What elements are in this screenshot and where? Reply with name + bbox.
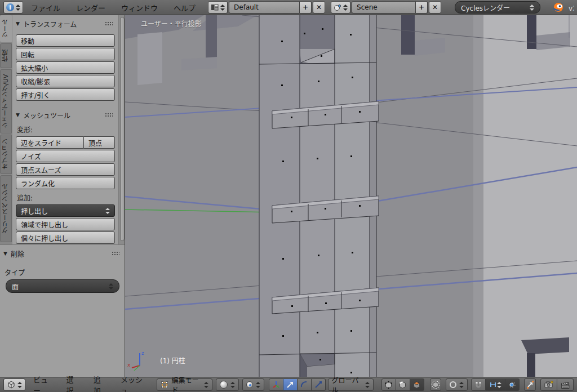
vertex-select-button[interactable] — [381, 378, 396, 391]
scrollbar-thumb[interactable] — [120, 17, 125, 241]
dropdown-arrows-icon — [230, 382, 235, 388]
snap-group — [471, 378, 520, 391]
tool-button-extrude-region[interactable]: 領域で押し出し — [16, 218, 115, 230]
scene-selector: Scene + ✕ — [331, 1, 441, 14]
tab-create[interactable]: 作成 — [0, 43, 12, 68]
tool-button-noise[interactable]: ノイズ — [16, 150, 115, 162]
dropdown-arrows-icon — [497, 382, 501, 388]
panel-drag-dots[interactable] — [105, 113, 113, 118]
rotate-manipulator-button[interactable] — [298, 378, 312, 391]
snap-self-icon — [526, 380, 535, 389]
viewport-shading-selector[interactable] — [216, 378, 239, 391]
proportional-edit-selector[interactable] — [446, 378, 468, 391]
blender-window: i ファイル レンダー ウィンドウ ヘルプ Default + ✕ — [0, 0, 577, 392]
snap-toggle-button[interactable] — [471, 378, 486, 391]
tool-button-scale[interactable]: 拡大縮小 — [16, 61, 115, 74]
opengl-render-button[interactable] — [540, 378, 557, 391]
menu-file[interactable]: ファイル — [23, 2, 68, 13]
layout-add-button[interactable]: + — [300, 1, 312, 14]
dropdown-arrows-icon — [109, 283, 113, 289]
manipulator-toggle-button[interactable] — [269, 378, 283, 391]
opengl-render-animation-button[interactable] — [557, 378, 574, 391]
editor-type-selector[interactable] — [3, 378, 25, 391]
edge-select-button[interactable] — [396, 378, 410, 391]
camera-icon — [544, 380, 554, 389]
transform-panel-header[interactable]: ▼ トランスフォーム — [12, 17, 118, 30]
menu-render[interactable]: レンダー — [68, 2, 113, 13]
delete-type-dropdown[interactable]: 面 — [6, 279, 119, 293]
panel-collapse-icon: ▼ — [16, 112, 20, 118]
add-label: 追加: — [17, 193, 118, 202]
toolshelf-tabs: ツール 作成 シェーディング/UV オプション グリースペンシル — [0, 15, 12, 244]
face-select-icon — [412, 381, 421, 389]
viewport-3d[interactable]: z x ユーザー・平行投影 (1) 円柱 — [125, 15, 577, 377]
menu-select[interactable]: 選択 — [58, 374, 85, 392]
scene-add-button[interactable]: + — [416, 1, 428, 14]
panel-drag-dots[interactable] — [112, 251, 119, 256]
render-engine-select[interactable]: Cyclesレンダー — [455, 1, 540, 14]
tool-button-edge-slide[interactable]: 辺をスライド — [16, 136, 84, 149]
top-header: i ファイル レンダー ウィンドウ ヘルプ Default + ✕ — [0, 0, 577, 15]
translate-arrow-icon — [286, 380, 295, 389]
delete-panel-header[interactable]: ▼ 削除 — [0, 247, 125, 260]
dropdown-arrows-icon — [17, 382, 22, 388]
view3d-editor-icon — [7, 380, 16, 389]
tool-button-rotate[interactable]: 回転 — [16, 48, 115, 60]
snap-self-button[interactable] — [524, 378, 536, 391]
translate-manipulator-button[interactable] — [283, 378, 298, 391]
viewport-canvas[interactable]: z x — [125, 15, 577, 377]
tool-button-vertex-slide[interactable]: 頂点 — [84, 136, 115, 149]
layout-browse-button[interactable] — [208, 1, 228, 14]
info-icon: i — [6, 3, 14, 11]
rotate-arc-icon — [300, 380, 309, 389]
blender-logo — [553, 2, 564, 13]
scene-browse-button[interactable] — [331, 1, 350, 14]
extrude-dropdown[interactable]: 押し出し — [16, 204, 115, 217]
active-object-label: (1) 円柱 — [160, 355, 185, 365]
transform-orientation-selector[interactable]: グローバル — [328, 378, 374, 391]
tool-button-vertex-smooth[interactable]: 頂点スムーズ — [16, 163, 115, 176]
tool-button-shrink-fatten[interactable]: 収縮/膨張 — [16, 75, 115, 87]
viewport-header: ビュー 選択 追加 メッシュ 編集モード — [0, 377, 577, 392]
tab-options[interactable]: オプション — [0, 135, 12, 174]
tool-button-extrude-individual[interactable]: 個々に押し出し — [16, 231, 115, 244]
toolshelf-panels: ▼ トランスフォーム 移動 回転 拡大縮小 収縮/膨張 押す/引く ▼ メッシュ… — [12, 15, 118, 244]
magnet-icon — [474, 381, 482, 389]
solid-shading-icon — [220, 381, 228, 389]
dropdown-arrows-icon — [16, 5, 20, 11]
mesh-tools-panel-header[interactable]: ▼ メッシュツール — [12, 109, 118, 121]
menu-view[interactable]: ビュー — [25, 374, 58, 392]
scene-name-field[interactable]: Scene — [352, 1, 416, 14]
menu-add[interactable]: 追加 — [86, 374, 113, 392]
scale-manipulator-button[interactable] — [312, 378, 326, 391]
pivot-point-icon — [246, 381, 253, 388]
tab-shading-uv[interactable]: シェーディング/UV — [0, 69, 12, 133]
face-select-button[interactable] — [410, 378, 424, 391]
snap-target-button[interactable] — [505, 378, 520, 391]
occlude-geometry-icon — [431, 380, 440, 389]
tool-button-randomize[interactable]: ランダム化 — [16, 177, 115, 189]
menu-mesh[interactable]: メッシュ — [113, 374, 152, 392]
panel-collapse-icon: ▼ — [16, 21, 20, 26]
delete-type-label: タイプ — [5, 268, 125, 277]
layout-close-button[interactable]: ✕ — [313, 1, 325, 14]
pivot-point-selector[interactable] — [242, 378, 264, 391]
menu-help[interactable]: ヘルプ — [166, 2, 203, 13]
scene-close-button[interactable]: ✕ — [429, 1, 441, 14]
tab-tools[interactable]: ツール — [0, 15, 12, 42]
tool-button-translate[interactable]: 移動 — [16, 34, 115, 47]
layout-name-field[interactable]: Default — [229, 1, 300, 14]
panel-drag-dots[interactable] — [105, 21, 113, 26]
manipulator-axis-icon — [272, 380, 281, 389]
tab-grease-pencil[interactable]: グリースペンシル — [0, 175, 12, 242]
tool-button-push-pull[interactable]: 押す/引く — [16, 88, 115, 101]
dropdown-arrows-icon — [343, 5, 348, 11]
clapperboard-icon — [560, 380, 570, 389]
edit-mode-icon — [161, 381, 168, 389]
snap-element-selector[interactable] — [486, 378, 505, 391]
limit-to-visible-button[interactable] — [430, 378, 442, 391]
scene-icon — [334, 4, 341, 11]
menu-window[interactable]: ウィンドウ — [113, 2, 166, 13]
mode-selector[interactable]: 編集モード — [157, 378, 212, 391]
info-editor-selector[interactable]: i — [3, 1, 23, 14]
